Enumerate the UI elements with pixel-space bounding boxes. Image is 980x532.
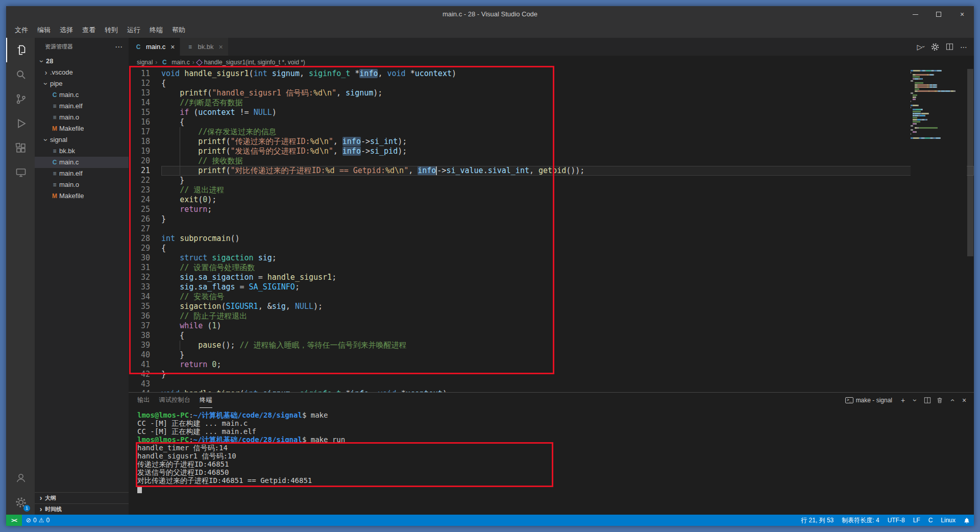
- code-line-30[interactable]: 30 struct sigaction sig;: [129, 253, 974, 263]
- line-number[interactable]: 21: [129, 166, 161, 176]
- tree-item-main.elf[interactable]: ≡main.elf: [35, 101, 129, 112]
- os-status[interactable]: Linux: [937, 515, 960, 526]
- remote-explorer-icon[interactable]: [6, 160, 35, 185]
- line-number[interactable]: 37: [129, 321, 161, 331]
- tree-item-Makefile[interactable]: MMakefile: [35, 123, 129, 134]
- extensions-icon[interactable]: [6, 136, 35, 160]
- code-line-19[interactable]: 19 printf("发送信号的父进程ID:%d\n", info->si_pi…: [129, 147, 974, 156]
- encoding-status[interactable]: UTF-8: [884, 515, 909, 526]
- code-line-29[interactable]: 29{: [129, 244, 974, 253]
- code-line-37[interactable]: 37 while (1): [129, 321, 974, 331]
- code-line-23[interactable]: 23 // 退出进程: [129, 185, 974, 195]
- tree-item-main.c[interactable]: Cmain.c: [35, 157, 129, 168]
- terminal-dropdown-icon[interactable]: ›: [910, 395, 921, 406]
- tree-item-main.o[interactable]: ≡main.o: [35, 179, 129, 190]
- line-number[interactable]: 32: [129, 273, 161, 282]
- line-number[interactable]: 35: [129, 302, 161, 311]
- code-line-20[interactable]: 20 // 接收数据: [129, 156, 974, 166]
- minimize-button[interactable]: [903, 6, 927, 22]
- kill-terminal-button[interactable]: [934, 395, 945, 406]
- settings-gear-icon[interactable]: 1: [6, 490, 35, 515]
- line-number[interactable]: 19: [129, 147, 161, 156]
- eol-status[interactable]: LF: [909, 515, 924, 526]
- line-number[interactable]: 16: [129, 117, 161, 127]
- menu-item-运行[interactable]: 运行: [122, 22, 145, 38]
- tree-item-28[interactable]: ›28: [35, 56, 129, 67]
- code-line-43[interactable]: 43: [129, 379, 974, 389]
- line-number[interactable]: 20: [129, 156, 161, 166]
- line-number[interactable]: 24: [129, 195, 161, 205]
- terminal-picker-dropdown[interactable]: >_ make - signal: [845, 397, 892, 404]
- panel-tab-debug-console[interactable]: 调试控制台: [159, 393, 191, 408]
- breadcrumb-folder[interactable]: signal: [137, 59, 153, 66]
- tree-item-bk.bk[interactable]: ≡bk.bk: [35, 146, 129, 157]
- account-icon[interactable]: [6, 466, 35, 490]
- line-number[interactable]: 25: [129, 205, 161, 214]
- minimap[interactable]: [911, 69, 967, 392]
- code-line-21[interactable]: 21 printf("对比传递过来的子进程ID:%d == Getpid:%d\…: [129, 166, 974, 176]
- code-line-40[interactable]: 40 }: [129, 350, 974, 360]
- line-number[interactable]: 15: [129, 108, 161, 117]
- language-status[interactable]: C: [924, 515, 937, 526]
- line-number[interactable]: 11: [129, 69, 161, 79]
- gear-icon[interactable]: [929, 41, 941, 53]
- scrollbar-thumb[interactable]: [967, 69, 973, 256]
- panel-tab-terminal[interactable]: 终端: [200, 393, 212, 408]
- code-line-16[interactable]: 16 {: [129, 117, 974, 127]
- line-number[interactable]: 23: [129, 185, 161, 195]
- restore-button[interactable]: [927, 6, 950, 22]
- code-line-33[interactable]: 33 sig.sa_flags = SA_SIGINFO;: [129, 282, 974, 292]
- menu-item-帮助[interactable]: 帮助: [167, 22, 190, 38]
- tab-main-c[interactable]: C main.c ×: [129, 38, 180, 56]
- editor-scrollbar[interactable]: [967, 69, 974, 392]
- line-number[interactable]: 26: [129, 214, 161, 224]
- code-line-42[interactable]: 42}: [129, 370, 974, 379]
- line-number[interactable]: 14: [129, 98, 161, 108]
- code-editor[interactable]: 11void handle_sigusr1(int signum, siginf…: [129, 69, 974, 392]
- new-terminal-button[interactable]: +: [897, 395, 909, 406]
- timeline-section[interactable]: ›时间线: [35, 503, 129, 515]
- line-number[interactable]: 13: [129, 88, 161, 98]
- tab-close-icon[interactable]: ×: [170, 43, 175, 51]
- menu-item-编辑[interactable]: 编辑: [33, 22, 55, 38]
- breadcrumb-symbol[interactable]: handle_sigusr1(int, siginfo_t *, void *): [204, 59, 305, 66]
- code-line-25[interactable]: 25 return;: [129, 205, 974, 214]
- problems-status[interactable]: ⊘0 ⚠0: [22, 515, 54, 526]
- breadcrumb-file[interactable]: main.c: [172, 59, 189, 66]
- line-number[interactable]: 22: [129, 176, 161, 185]
- code-line-11[interactable]: 11void handle_sigusr1(int signum, siginf…: [129, 69, 974, 79]
- outline-section[interactable]: ›大纲: [35, 492, 129, 503]
- line-number[interactable]: 31: [129, 263, 161, 273]
- line-number[interactable]: 17: [129, 127, 161, 137]
- menu-item-文件[interactable]: 文件: [10, 22, 33, 38]
- code-line-12[interactable]: 12{: [129, 79, 974, 88]
- close-panel-button[interactable]: ×: [959, 395, 970, 406]
- code-line-44[interactable]: 44void handle_timer(int signum, siginfo_…: [129, 389, 974, 392]
- tree-item-.vscode[interactable]: ›.vscode: [35, 67, 129, 78]
- line-number[interactable]: 43: [129, 379, 161, 389]
- code-line-34[interactable]: 34 // 安装信号: [129, 292, 974, 302]
- code-line-26[interactable]: 26}: [129, 214, 974, 224]
- split-editor-icon[interactable]: [943, 41, 955, 53]
- line-number[interactable]: 29: [129, 244, 161, 253]
- code-line-24[interactable]: 24 exit(0);: [129, 195, 974, 205]
- line-number[interactable]: 30: [129, 253, 161, 263]
- tree-item-pipe[interactable]: ›pipe: [35, 78, 129, 89]
- code-line-17[interactable]: 17 //保存发送过来的信息: [129, 127, 974, 137]
- tree-item-main.elf[interactable]: ≡main.elf: [35, 168, 129, 179]
- line-number[interactable]: 27: [129, 224, 161, 234]
- remote-indicator[interactable]: ><: [6, 515, 22, 526]
- menu-item-转到[interactable]: 转到: [100, 22, 122, 38]
- line-number[interactable]: 41: [129, 360, 161, 370]
- tab-bk-bk[interactable]: ≡ bk.bk ×: [180, 38, 228, 56]
- code-line-13[interactable]: 13 printf("handle_sigusr1 信号码:%d\n", sig…: [129, 88, 974, 98]
- tree-item-main.c[interactable]: Cmain.c: [35, 89, 129, 101]
- menu-item-查看[interactable]: 查看: [78, 22, 100, 38]
- line-number[interactable]: 28: [129, 234, 161, 244]
- menu-item-终端[interactable]: 终端: [145, 22, 167, 38]
- code-line-32[interactable]: 32 sig.sa_sigaction = handle_sigusr1;: [129, 273, 974, 282]
- code-line-14[interactable]: 14 //判断是否有数据: [129, 98, 974, 108]
- tab-close-icon[interactable]: ×: [219, 43, 223, 51]
- code-line-22[interactable]: 22 }: [129, 176, 974, 185]
- indentation-status[interactable]: 制表符长度: 4: [838, 515, 883, 526]
